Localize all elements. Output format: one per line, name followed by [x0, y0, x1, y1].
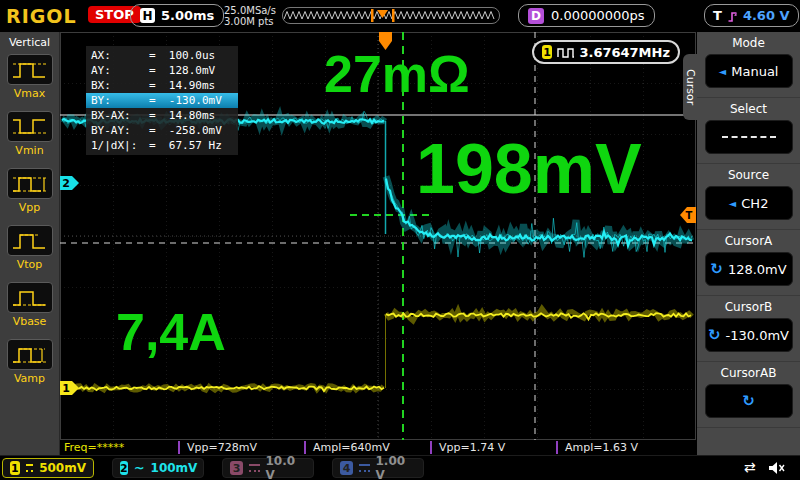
measure-item-vmin[interactable]: Vmin: [4, 111, 56, 157]
delay-label: D: [528, 8, 544, 24]
mode-value: Manual: [731, 64, 778, 79]
measure-item-vamp[interactable]: Vamp: [4, 339, 56, 385]
annotation-resistance: 27mΩ: [324, 48, 470, 100]
usb-transfer-icon[interactable]: ⇄: [744, 459, 756, 475]
channel-4-scale: 1.00 V: [376, 454, 417, 480]
measurement-freq: Freq=*****: [64, 441, 174, 454]
measurement-vpp-1: Vpp=728mV: [178, 441, 300, 454]
delay-value: 0.00000000ps: [551, 8, 645, 23]
counter-value: 3.67647MHz: [579, 45, 670, 60]
source-label: Source: [697, 168, 800, 182]
measurement-vpp-2: Vpp=1.74 V: [430, 441, 552, 454]
measure-item-vbase[interactable]: Vbase: [4, 282, 56, 328]
cursor-b-label: CursorB: [697, 300, 800, 314]
channel-1-badge: 1: [10, 461, 20, 475]
measure-item-vtop[interactable]: Vtop: [4, 225, 56, 271]
select-button[interactable]: [705, 120, 793, 154]
trigger-slope-icon: [727, 9, 738, 23]
trigger-label: T: [713, 8, 722, 23]
ac-coupling-icon: ~: [134, 463, 145, 473]
svg-text:2: 2: [62, 177, 70, 190]
rotate-knob-icon: ↻: [708, 326, 721, 344]
memory-depth: 3.00M pts: [224, 16, 276, 27]
cursor-b-button[interactable]: ↻ -130.0mV: [705, 318, 793, 352]
cursor-row-inverse-dx: 1/|dX|:= 67.57 Hz: [86, 138, 238, 153]
cursor-row-bxax: BX-AX:= 14.80ms: [86, 108, 238, 123]
source-button[interactable]: ◄ CH2: [705, 186, 793, 220]
channel-3-status[interactable]: 3 10.0 V: [222, 458, 314, 478]
source-block: Source ◄ CH2: [697, 164, 800, 230]
channel-3-scale: 10.0 V: [266, 454, 307, 480]
annotation-current: 7,4A: [116, 306, 226, 358]
horizontal-label: H: [140, 8, 155, 23]
counter-channel-badge: 1: [542, 45, 552, 59]
cursor-row-by-highlighted: BY:= -130.0mV: [86, 93, 238, 108]
cursor-b-block: CursorB ↻ -130.0mV: [697, 296, 800, 362]
vbase-icon: [7, 282, 53, 313]
cursor-a-button[interactable]: ↻ 128.0mV: [705, 252, 793, 286]
channel-3-badge: 3: [230, 461, 243, 475]
sample-rate: 25.0MSa/s: [224, 5, 276, 16]
square-wave-icon: [557, 47, 574, 58]
cursor-ab-button[interactable]: ↻: [705, 384, 793, 418]
channel-2-badge: 2: [120, 461, 128, 475]
vertical-measure-menu: Vertical Vmax Vmin Vpp Vtop: [0, 32, 60, 455]
cursor-ab-block: CursorAB ↻: [697, 362, 800, 428]
speaker-muted-icon[interactable]: [768, 460, 785, 480]
oscilloscope-screen: RIGOL STOP H 5.00ms 25.0MSa/s 3.00M pts …: [0, 0, 800, 480]
rotate-knob-icon: ↻: [710, 260, 723, 278]
measurement-ampl-1: Ampl=640mV: [304, 441, 426, 454]
cursor-a-label: CursorA: [697, 234, 800, 248]
delay-display[interactable]: D 0.00000000ps: [518, 4, 655, 27]
rotate-knob-icon: ↻: [742, 392, 755, 410]
dc-coupling-icon: [359, 464, 369, 472]
trigger-display[interactable]: T 4.60 V: [704, 4, 799, 27]
vtop-icon: [7, 225, 53, 256]
channel-4-status[interactable]: 4 1.00 V: [332, 458, 424, 478]
source-value: CH2: [741, 196, 768, 211]
cursor-readout-panel: AX:= 100.0us AY:= 128.0mV BX:= 14.90ms B…: [86, 46, 238, 155]
cursor-ab-label: CursorAB: [697, 366, 800, 380]
measure-item-vmax[interactable]: Vmax: [4, 54, 56, 100]
channel-4-badge: 4: [340, 461, 353, 475]
annotation-voltage: 198mV: [416, 134, 642, 204]
channel-1-status[interactable]: 1 500mV: [2, 458, 94, 478]
cursor-row-ax: AX:= 100.0us: [86, 48, 238, 63]
frequency-counter: 1 3.67647MHz: [532, 40, 680, 64]
rigol-logo: RIGOL: [6, 5, 77, 27]
memory-position-bar[interactable]: [282, 7, 500, 24]
timebase-value: 5.00ms: [161, 8, 214, 23]
mode-button[interactable]: ◄ Manual: [705, 54, 793, 88]
memory-waveform-thumbnail: [283, 8, 499, 23]
svg-text:1: 1: [62, 382, 70, 395]
window-left-bracket: [371, 9, 374, 22]
cursor-row-bx: BX:= 14.90ms: [86, 78, 238, 93]
cursor-a-block: CursorA ↻ 128.0mV: [697, 230, 800, 296]
vamp-icon: [7, 339, 53, 370]
dashed-line-icon: [722, 136, 776, 138]
top-bar: RIGOL STOP H 5.00ms 25.0MSa/s 3.00M pts …: [0, 0, 800, 32]
timebase-display[interactable]: H 5.00ms: [130, 4, 224, 27]
dc-coupling-icon: [26, 464, 34, 472]
left-menu-title: Vertical: [0, 32, 59, 52]
cursor-a-value: 128.0mV: [728, 262, 787, 277]
cursor-row-ay: AY:= 128.0mV: [86, 63, 238, 78]
trigger-level-value: 4.60 V: [743, 8, 790, 23]
measurement-ampl-2: Ampl=1.63 V: [556, 441, 678, 454]
vpp-icon: [7, 168, 53, 199]
left-arrow-icon: ◄: [719, 66, 727, 77]
acquisition-info: 25.0MSa/s 3.00M pts: [224, 5, 276, 27]
measurement-readouts: Freq=***** Vpp=728mV Ampl=640mV Vpp=1.74…: [64, 441, 678, 454]
cursor-b-value: -130.0mV: [726, 328, 789, 343]
channel-2-scale: 100mV: [151, 461, 198, 475]
dc-coupling-icon: [249, 464, 259, 472]
vmin-icon: [7, 111, 53, 142]
cursor-menu: Cursor Mode ◄ Manual Select Source ◄ CH2…: [697, 32, 800, 455]
measure-item-vpp[interactable]: Vpp: [4, 168, 56, 214]
channel-2-status[interactable]: 2 ~ 100mV: [112, 458, 204, 478]
mode-label: Mode: [697, 36, 800, 50]
window-right-bracket: [392, 9, 395, 22]
mode-block: Mode ◄ Manual: [697, 32, 800, 98]
channel-1-scale: 500mV: [39, 461, 86, 475]
cursor-row-byay: BY-AY:= -258.0mV: [86, 123, 238, 138]
